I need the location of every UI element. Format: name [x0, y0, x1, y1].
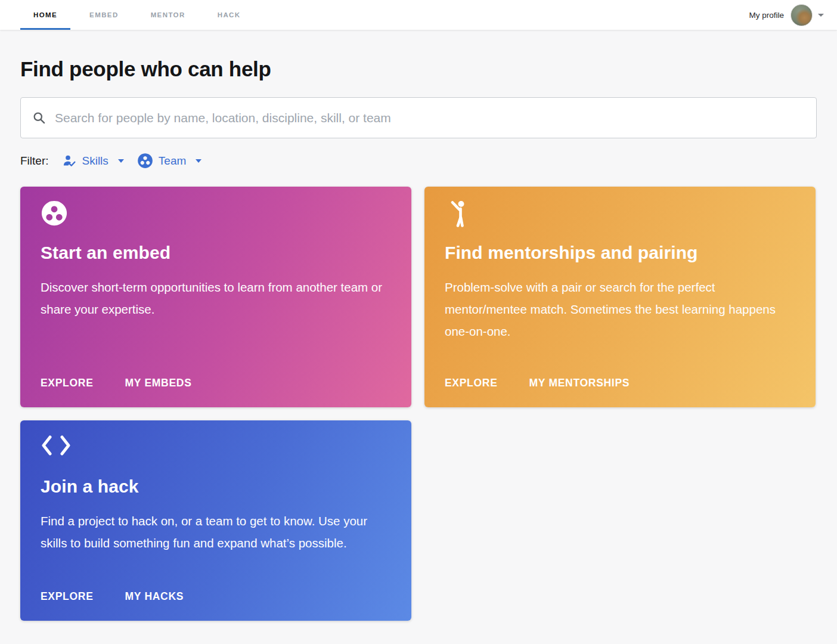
card-join-a-hack: Join a hack Find a project to hack on, o…: [20, 420, 411, 621]
my-mentorships-button[interactable]: MY MENTORSHIPS: [529, 374, 630, 392]
card-title: Find mentorships and pairing: [445, 243, 795, 263]
my-hacks-button[interactable]: MY HACKS: [125, 588, 184, 605]
filter-skills-dropdown[interactable]: Skills: [62, 153, 124, 168]
card-actions: EXPLORE MY HACKS: [41, 588, 391, 605]
card-description: Find a project to hack on, or a team to …: [41, 510, 391, 554]
waving-person-icon: [445, 200, 795, 227]
chevron-down-icon: [118, 159, 124, 163]
card-actions: EXPLORE MY MENTORSHIPS: [445, 374, 795, 392]
avatar[interactable]: [790, 4, 813, 26]
tab-mentor[interactable]: MENTOR: [138, 0, 199, 30]
filter-team-dropdown[interactable]: Team: [137, 153, 202, 169]
main-content: Find people who can help Filter: Skills: [0, 57, 837, 621]
my-embeds-button[interactable]: MY EMBEDS: [125, 374, 192, 392]
explore-hacks-button[interactable]: EXPLORE: [41, 588, 94, 605]
card-description: Problem-solve with a pair or search for …: [445, 276, 795, 342]
card-title: Start an embed: [41, 243, 391, 263]
filter-row: Filter: Skills Team: [20, 153, 817, 169]
filter-team-label: Team: [159, 154, 186, 168]
search-box[interactable]: [20, 97, 817, 138]
person-check-icon: [62, 153, 77, 168]
chevron-down-icon: [196, 159, 202, 163]
profile-label: My profile: [749, 11, 784, 20]
search-icon: [32, 111, 46, 125]
nav-tabs: HOME EMBED MENTOR HACK: [20, 0, 260, 30]
group-circle-icon: [41, 200, 391, 227]
filter-skills-label: Skills: [82, 154, 108, 168]
explore-embeds-button[interactable]: EXPLORE: [41, 374, 94, 392]
explore-mentorships-button[interactable]: EXPLORE: [445, 374, 498, 392]
tab-hack[interactable]: HACK: [204, 0, 254, 30]
page-title: Find people who can help: [20, 57, 817, 81]
top-navigation-bar: HOME EMBED MENTOR HACK My profile: [0, 0, 837, 30]
card-start-an-embed: Start an embed Discover short-term oppor…: [20, 187, 411, 407]
profile-menu[interactable]: My profile: [749, 4, 824, 26]
card-grid: Start an embed Discover short-term oppor…: [20, 187, 817, 621]
tab-home[interactable]: HOME: [20, 0, 70, 30]
code-brackets-icon: [41, 434, 391, 461]
search-input[interactable]: [54, 110, 805, 126]
filter-label: Filter:: [20, 154, 49, 168]
tab-embed[interactable]: EMBED: [76, 0, 132, 30]
card-actions: EXPLORE MY EMBEDS: [41, 374, 391, 392]
card-title: Join a hack: [41, 476, 391, 497]
chevron-down-icon: [818, 14, 824, 17]
team-circle-icon: [137, 153, 153, 169]
card-description: Discover short-term opportunities to lea…: [41, 276, 391, 320]
card-find-mentorships: Find mentorships and pairing Problem-sol…: [424, 187, 816, 407]
